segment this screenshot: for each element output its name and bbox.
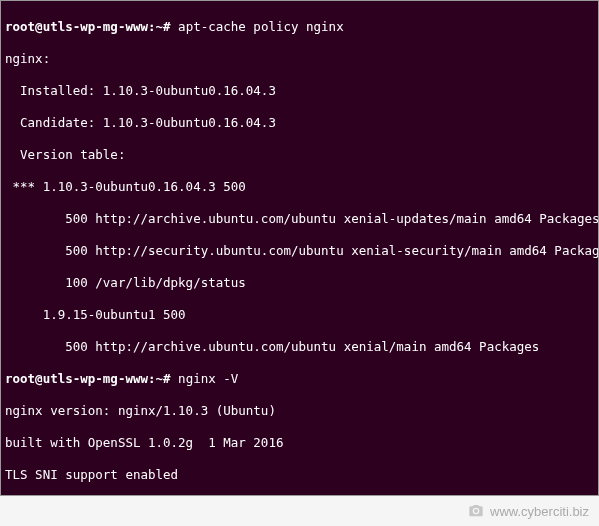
terminal-content: root@utls-wp-mg-www:~# apt-cache policy … [1, 1, 598, 496]
camera-icon [468, 503, 484, 519]
out2-l3: TLS SNI support enabled [5, 467, 594, 483]
prompt-line-2: root@utls-wp-mg-www:~# nginx -V [5, 371, 594, 387]
out1-l5: *** 1.10.3-0ubuntu0.16.04.3 500 [5, 179, 594, 195]
watermark-text: www.cyberciti.biz [490, 504, 589, 519]
out1-l2: Installed: 1.10.3-0ubuntu0.16.04.3 [5, 83, 594, 99]
prompt-cwd: :~# [148, 371, 171, 386]
out2-l2: built with OpenSSL 1.0.2g 1 Mar 2016 [5, 435, 594, 451]
watermark-bar: www.cyberciti.biz [0, 496, 599, 526]
out1-l7: 500 http://security.ubuntu.com/ubuntu xe… [5, 243, 594, 259]
out1-l1: nginx: [5, 51, 594, 67]
out1-l10: 500 http://archive.ubuntu.com/ubuntu xen… [5, 339, 594, 355]
prompt-user-host: root@utls-wp-mg-www [5, 371, 148, 386]
prompt-cwd: :~# [148, 19, 171, 34]
out2-l1: nginx version: nginx/1.10.3 (Ubuntu) [5, 403, 594, 419]
command-2: nginx -V [178, 371, 238, 386]
prompt-line-1: root@utls-wp-mg-www:~# apt-cache policy … [5, 19, 594, 35]
command-1: apt-cache policy nginx [178, 19, 344, 34]
out1-l8: 100 /var/lib/dpkg/status [5, 275, 594, 291]
out1-l6: 500 http://archive.ubuntu.com/ubuntu xen… [5, 211, 594, 227]
out1-l3: Candidate: 1.10.3-0ubuntu0.16.04.3 [5, 115, 594, 131]
out1-l4: Version table: [5, 147, 594, 163]
terminal-window[interactable]: root@utls-wp-mg-www:~# apt-cache policy … [0, 0, 599, 496]
out1-l9: 1.9.15-0ubuntu1 500 [5, 307, 594, 323]
prompt-user-host: root@utls-wp-mg-www [5, 19, 148, 34]
